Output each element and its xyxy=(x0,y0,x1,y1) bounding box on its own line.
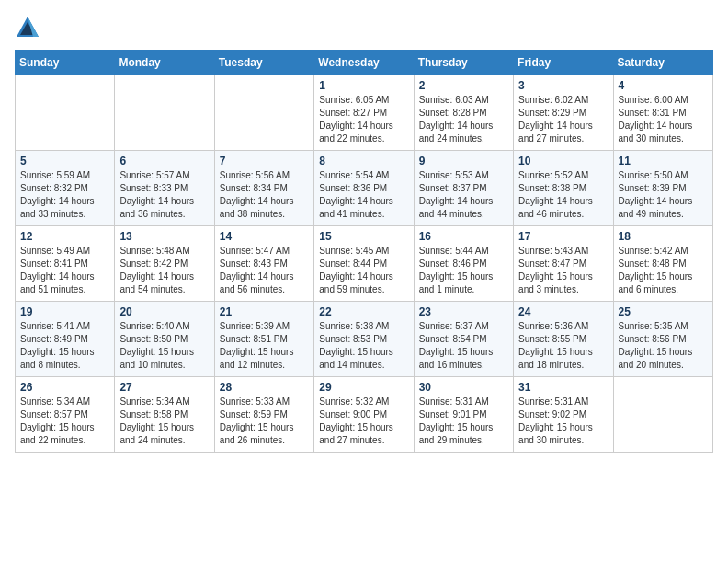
calendar-cell: 2Sunrise: 6:03 AM Sunset: 8:28 PM Daylig… xyxy=(414,75,513,151)
day-info: Sunrise: 6:03 AM Sunset: 8:28 PM Dayligh… xyxy=(419,94,508,145)
calendar-cell: 3Sunrise: 6:02 AM Sunset: 8:29 PM Daylig… xyxy=(514,75,613,151)
calendar-cell: 1Sunrise: 6:05 AM Sunset: 8:27 PM Daylig… xyxy=(314,75,414,151)
day-header-monday: Monday xyxy=(115,51,214,75)
calendar-cell: 15Sunrise: 5:45 AM Sunset: 8:44 PM Dayli… xyxy=(314,226,414,302)
day-info: Sunrise: 6:02 AM Sunset: 8:29 PM Dayligh… xyxy=(518,94,608,145)
calendar-cell: 10Sunrise: 5:52 AM Sunset: 8:38 PM Dayli… xyxy=(514,151,613,226)
day-number: 22 xyxy=(319,305,408,318)
day-number: 21 xyxy=(220,305,309,318)
day-info: Sunrise: 5:35 AM Sunset: 8:56 PM Dayligh… xyxy=(619,320,708,372)
day-number: 11 xyxy=(619,155,708,167)
day-header-friday: Friday xyxy=(514,51,613,75)
calendar-cell: 16Sunrise: 5:44 AM Sunset: 8:46 PM Dayli… xyxy=(414,226,513,302)
day-header-wednesday: Wednesday xyxy=(314,51,414,75)
calendar-cell xyxy=(115,75,214,151)
day-info: Sunrise: 5:41 AM Sunset: 8:49 PM Dayligh… xyxy=(20,320,109,372)
calendar-cell: 27Sunrise: 5:34 AM Sunset: 8:58 PM Dayli… xyxy=(115,377,214,453)
day-info: Sunrise: 6:05 AM Sunset: 8:27 PM Dayligh… xyxy=(319,94,408,145)
day-number: 5 xyxy=(20,155,109,167)
day-info: Sunrise: 5:39 AM Sunset: 8:51 PM Dayligh… xyxy=(220,320,309,372)
day-number: 16 xyxy=(419,230,508,243)
calendar-cell: 24Sunrise: 5:36 AM Sunset: 8:55 PM Dayli… xyxy=(514,302,613,377)
day-header-sunday: Sunday xyxy=(16,51,115,75)
calendar-cell: 25Sunrise: 5:35 AM Sunset: 8:56 PM Dayli… xyxy=(613,302,712,377)
day-info: Sunrise: 5:40 AM Sunset: 8:50 PM Dayligh… xyxy=(119,320,209,372)
day-info: Sunrise: 5:31 AM Sunset: 9:01 PM Dayligh… xyxy=(419,396,508,447)
day-info: Sunrise: 5:32 AM Sunset: 9:00 PM Dayligh… xyxy=(319,396,408,447)
day-header-tuesday: Tuesday xyxy=(214,51,313,75)
week-row-1: 1Sunrise: 6:05 AM Sunset: 8:27 PM Daylig… xyxy=(16,75,713,151)
day-info: Sunrise: 5:34 AM Sunset: 8:57 PM Dayligh… xyxy=(20,396,109,447)
day-info: Sunrise: 5:34 AM Sunset: 8:58 PM Dayligh… xyxy=(119,396,209,447)
calendar-cell: 4Sunrise: 6:00 AM Sunset: 8:31 PM Daylig… xyxy=(613,75,712,151)
week-row-5: 26Sunrise: 5:34 AM Sunset: 8:57 PM Dayli… xyxy=(16,377,713,453)
day-number: 25 xyxy=(619,305,708,318)
day-info: Sunrise: 5:43 AM Sunset: 8:47 PM Dayligh… xyxy=(518,245,608,296)
day-number: 19 xyxy=(20,305,109,318)
day-info: Sunrise: 5:54 AM Sunset: 8:36 PM Dayligh… xyxy=(319,169,408,221)
calendar-cell: 23Sunrise: 5:37 AM Sunset: 8:54 PM Dayli… xyxy=(414,302,513,377)
day-info: Sunrise: 5:50 AM Sunset: 8:39 PM Dayligh… xyxy=(619,169,708,221)
day-number: 20 xyxy=(119,305,209,318)
calendar-cell: 5Sunrise: 5:59 AM Sunset: 8:32 PM Daylig… xyxy=(16,151,115,226)
header xyxy=(15,15,713,40)
day-info: Sunrise: 5:52 AM Sunset: 8:38 PM Dayligh… xyxy=(518,169,608,221)
day-info: Sunrise: 5:56 AM Sunset: 8:34 PM Dayligh… xyxy=(220,169,309,221)
calendar-cell: 22Sunrise: 5:38 AM Sunset: 8:53 PM Dayli… xyxy=(314,302,414,377)
calendar-cell: 29Sunrise: 5:32 AM Sunset: 9:00 PM Dayli… xyxy=(314,377,414,453)
day-info: Sunrise: 5:48 AM Sunset: 8:42 PM Dayligh… xyxy=(119,245,209,296)
week-row-3: 12Sunrise: 5:49 AM Sunset: 8:41 PM Dayli… xyxy=(16,226,713,302)
day-number: 23 xyxy=(419,305,508,318)
day-number: 14 xyxy=(220,230,309,243)
calendar-cell: 6Sunrise: 5:57 AM Sunset: 8:33 PM Daylig… xyxy=(115,151,214,226)
day-number: 3 xyxy=(518,79,608,92)
day-number: 12 xyxy=(20,230,109,243)
day-number: 7 xyxy=(220,155,309,167)
calendar-cell: 11Sunrise: 5:50 AM Sunset: 8:39 PM Dayli… xyxy=(613,151,712,226)
day-number: 9 xyxy=(419,155,508,167)
day-info: Sunrise: 5:53 AM Sunset: 8:37 PM Dayligh… xyxy=(419,169,508,221)
day-number: 29 xyxy=(319,381,408,394)
week-row-4: 19Sunrise: 5:41 AM Sunset: 8:49 PM Dayli… xyxy=(16,302,713,377)
calendar-cell: 14Sunrise: 5:47 AM Sunset: 8:43 PM Dayli… xyxy=(214,226,313,302)
day-number: 8 xyxy=(319,155,408,167)
day-header-saturday: Saturday xyxy=(613,51,712,75)
day-info: Sunrise: 5:31 AM Sunset: 9:02 PM Dayligh… xyxy=(518,396,608,447)
page: SundayMondayTuesdayWednesdayThursdayFrid… xyxy=(0,0,728,467)
calendar-cell: 8Sunrise: 5:54 AM Sunset: 8:36 PM Daylig… xyxy=(314,151,414,226)
calendar-cell xyxy=(214,75,313,151)
day-info: Sunrise: 5:33 AM Sunset: 8:59 PM Dayligh… xyxy=(220,396,309,447)
day-number: 30 xyxy=(419,381,508,394)
calendar-cell: 30Sunrise: 5:31 AM Sunset: 9:01 PM Dayli… xyxy=(414,377,513,453)
calendar-cell: 28Sunrise: 5:33 AM Sunset: 8:59 PM Dayli… xyxy=(214,377,313,453)
calendar-cell: 20Sunrise: 5:40 AM Sunset: 8:50 PM Dayli… xyxy=(115,302,214,377)
day-number: 27 xyxy=(119,381,209,394)
day-info: Sunrise: 5:49 AM Sunset: 8:41 PM Dayligh… xyxy=(20,245,109,296)
calendar-cell xyxy=(613,377,712,453)
week-row-2: 5Sunrise: 5:59 AM Sunset: 8:32 PM Daylig… xyxy=(16,151,713,226)
calendar-table: SundayMondayTuesdayWednesdayThursdayFrid… xyxy=(15,50,713,453)
day-info: Sunrise: 5:38 AM Sunset: 8:53 PM Dayligh… xyxy=(319,320,408,372)
calendar-cell: 31Sunrise: 5:31 AM Sunset: 9:02 PM Dayli… xyxy=(514,377,613,453)
day-header-thursday: Thursday xyxy=(414,51,513,75)
calendar-cell xyxy=(16,75,115,151)
day-number: 1 xyxy=(319,79,408,92)
calendar-cell: 17Sunrise: 5:43 AM Sunset: 8:47 PM Dayli… xyxy=(514,226,613,302)
logo-icon xyxy=(15,15,40,40)
day-number: 31 xyxy=(518,381,608,394)
calendar-cell: 7Sunrise: 5:56 AM Sunset: 8:34 PM Daylig… xyxy=(214,151,313,226)
day-number: 2 xyxy=(419,79,508,92)
calendar-cell: 21Sunrise: 5:39 AM Sunset: 8:51 PM Dayli… xyxy=(214,302,313,377)
day-number: 24 xyxy=(518,305,608,318)
day-number: 4 xyxy=(619,79,708,92)
day-info: Sunrise: 5:36 AM Sunset: 8:55 PM Dayligh… xyxy=(518,320,608,372)
day-number: 18 xyxy=(619,230,708,243)
day-info: Sunrise: 5:57 AM Sunset: 8:33 PM Dayligh… xyxy=(119,169,209,221)
day-info: Sunrise: 6:00 AM Sunset: 8:31 PM Dayligh… xyxy=(619,94,708,145)
day-info: Sunrise: 5:44 AM Sunset: 8:46 PM Dayligh… xyxy=(419,245,508,296)
calendar-cell: 19Sunrise: 5:41 AM Sunset: 8:49 PM Dayli… xyxy=(16,302,115,377)
day-number: 26 xyxy=(20,381,109,394)
day-info: Sunrise: 5:37 AM Sunset: 8:54 PM Dayligh… xyxy=(419,320,508,372)
day-number: 15 xyxy=(319,230,408,243)
day-number: 13 xyxy=(119,230,209,243)
